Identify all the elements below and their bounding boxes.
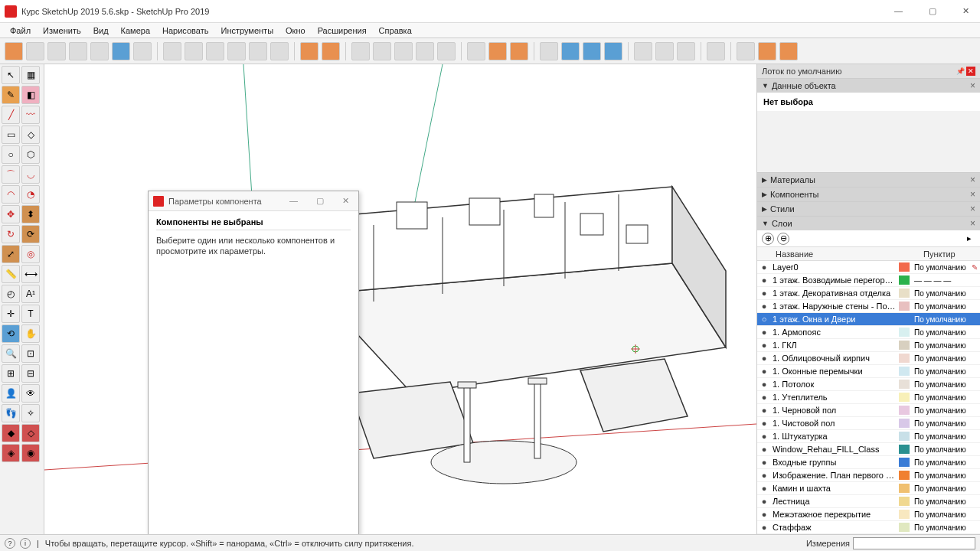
pan-tool[interactable]: ✋ xyxy=(21,324,40,343)
add-layer-button[interactable]: ⊕ xyxy=(762,233,774,245)
layer-visibility-icon[interactable]: ● xyxy=(757,380,771,389)
layer-color-swatch[interactable] xyxy=(899,445,910,454)
layer-row[interactable]: ●СтаффажПо умолчанию xyxy=(757,521,980,534)
tool-17[interactable] xyxy=(373,42,391,60)
menu-help[interactable]: Справка xyxy=(374,24,417,37)
layer-visibility-icon[interactable]: ● xyxy=(757,341,771,350)
tool-4[interactable] xyxy=(69,42,87,60)
layer-visibility-icon[interactable]: ● xyxy=(757,393,771,402)
ext2-tool[interactable]: ◇ xyxy=(21,424,40,442)
layer-color-swatch[interactable] xyxy=(899,458,910,467)
layer-row[interactable]: ●Window_Rehau_FILL_ClassПо умолчанию xyxy=(757,443,980,456)
layer-color-swatch[interactable] xyxy=(899,354,910,363)
layer-color-swatch[interactable] xyxy=(899,484,910,493)
layer-visibility-icon[interactable]: ● xyxy=(757,406,771,415)
layer-color-swatch[interactable] xyxy=(899,432,910,441)
tray-close[interactable]: ✕ xyxy=(966,67,975,76)
layer-visibility-icon[interactable]: ● xyxy=(757,302,771,311)
dialog-minimize[interactable]: — xyxy=(285,196,302,206)
line-tool[interactable]: ╱ xyxy=(2,106,20,124)
layer-row[interactable]: ●1. ПотолокПо умолчанию xyxy=(757,378,980,391)
minimize-button[interactable]: — xyxy=(888,6,909,16)
pushpull-tool[interactable]: ⬍ xyxy=(21,205,40,223)
rect-tool[interactable]: ▭ xyxy=(2,126,20,144)
layer-color-swatch[interactable] xyxy=(899,328,910,337)
layer-visibility-icon[interactable]: ● xyxy=(757,262,771,272)
layer-row[interactable]: ●1. Оконные перемычкиПо умолчанию xyxy=(757,365,980,378)
tool-11[interactable] xyxy=(227,42,246,60)
walk-tool[interactable]: 👣 xyxy=(2,404,20,422)
layer-color-swatch[interactable] xyxy=(899,367,910,376)
layer-color-swatch[interactable] xyxy=(899,302,910,311)
layer-color-swatch[interactable] xyxy=(899,289,910,298)
measurements-input[interactable] xyxy=(853,537,975,549)
position-tool[interactable]: 👤 xyxy=(2,384,20,403)
help-icon[interactable]: ? xyxy=(5,538,15,549)
tool-19[interactable] xyxy=(416,42,434,60)
text-tool[interactable]: A¹ xyxy=(21,285,40,303)
pencil-icon[interactable]: ✎ xyxy=(969,263,980,272)
menu-camera[interactable]: Камера xyxy=(116,24,155,37)
layer-color-swatch[interactable] xyxy=(899,471,910,480)
zoom-tool[interactable]: 🔍 xyxy=(2,344,20,363)
polygon-tool[interactable]: ⬡ xyxy=(21,145,40,164)
offset-tool[interactable]: ◎ xyxy=(21,245,40,263)
panel-components-head[interactable]: ▶ Компоненты × xyxy=(757,187,980,201)
menu-file[interactable]: Файл xyxy=(5,24,36,37)
layer-row[interactable]: ●Входные группыПо умолчанию xyxy=(757,456,980,469)
tool-33[interactable] xyxy=(758,42,776,60)
ext3-tool[interactable]: ◈ xyxy=(2,444,20,462)
layer-row[interactable]: ●ЛестницаПо умолчанию xyxy=(757,495,980,508)
tool-21[interactable] xyxy=(467,42,485,60)
layer-color-swatch[interactable] xyxy=(899,497,910,506)
follow-tool[interactable]: ⟳ xyxy=(21,225,40,243)
layer-visibility-icon[interactable]: ● xyxy=(757,484,771,493)
layer-row[interactable]: ●1. Чистовой полПо умолчанию xyxy=(757,417,980,430)
remove-layer-button[interactable]: ⊖ xyxy=(777,233,789,245)
layer-row[interactable]: ●1. Облицовочный кирпичПо умолчанию xyxy=(757,352,980,365)
tool-29[interactable] xyxy=(655,42,674,60)
layer-row[interactable]: ●Камин и шахтаПо умолчанию xyxy=(757,482,980,495)
layer-row[interactable]: ○1 этаж. Окна и ДвериПо умолчанию xyxy=(757,313,980,326)
layer-visibility-icon[interactable]: ● xyxy=(757,445,771,454)
layer-row[interactable]: ●1. Черновой полПо умолчанию xyxy=(757,404,980,417)
tool-25[interactable] xyxy=(561,42,580,60)
info-icon[interactable]: i xyxy=(20,538,31,549)
layer-row[interactable]: ●Изображение. План первого этажаПо умолч… xyxy=(757,469,980,482)
tool-2[interactable] xyxy=(26,42,44,60)
zoomext-tool[interactable]: ⊞ xyxy=(2,364,20,383)
layer-visibility-icon[interactable]: ● xyxy=(757,432,771,441)
layer-row[interactable]: ●1 этаж. Наружные стены - ПоротермПо умо… xyxy=(757,300,980,313)
menu-draw[interactable]: Нарисовать xyxy=(157,24,214,37)
arc2-tool[interactable]: ◡ xyxy=(21,165,40,184)
section-tool[interactable]: ✧ xyxy=(21,404,40,422)
arc3-tool[interactable]: ◠ xyxy=(2,185,20,204)
layer-visibility-icon[interactable]: ● xyxy=(757,458,771,467)
move-tool[interactable]: ✥ xyxy=(2,205,20,223)
layer-visibility-icon[interactable]: ● xyxy=(757,367,771,376)
tool-34[interactable] xyxy=(779,42,798,60)
col-name[interactable]: Название xyxy=(773,249,908,259)
panel-entity-close[interactable]: × xyxy=(970,80,975,91)
layer-visibility-icon[interactable]: ○ xyxy=(757,315,771,324)
tool-15[interactable] xyxy=(322,42,340,60)
layer-color-swatch[interactable] xyxy=(899,341,910,350)
tray-pin[interactable]: 📌 xyxy=(956,67,965,76)
ext1-tool[interactable]: ◆ xyxy=(2,424,20,442)
eraser-tool[interactable]: ◧ xyxy=(21,86,40,104)
panel-components-close[interactable]: × xyxy=(970,189,975,200)
tool-16[interactable] xyxy=(351,42,370,60)
tool-5[interactable] xyxy=(90,42,109,60)
menu-extensions[interactable]: Расширения xyxy=(312,24,372,37)
tool-6[interactable] xyxy=(112,42,130,60)
ext4-tool[interactable]: ◉ xyxy=(21,444,40,462)
dialog-close[interactable]: ✕ xyxy=(338,196,354,206)
layer-color-swatch[interactable] xyxy=(899,523,910,532)
layer-row[interactable]: ●1. ШтукатуркаПо умолчанию xyxy=(757,430,980,443)
layer-row[interactable]: ●1 этаж. Декоративная отделкаПо умолчани… xyxy=(757,287,980,300)
menu-edit[interactable]: Изменить xyxy=(38,24,87,37)
layer-menu-button[interactable]: ▸ xyxy=(963,233,975,245)
layer-color-swatch[interactable] xyxy=(899,393,910,402)
pie-tool[interactable]: ◔ xyxy=(21,185,40,204)
tool-23[interactable] xyxy=(510,42,528,60)
